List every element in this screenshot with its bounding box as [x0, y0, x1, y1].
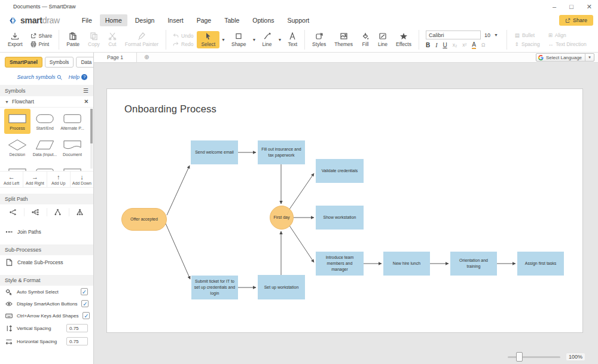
add-up-button[interactable]: ↑Add Up: [47, 172, 70, 187]
drawing-canvas[interactable]: Onboarding Process Offer acceptedSend we…: [94, 63, 598, 364]
flowchart-node-lunch[interactable]: New hire lunch: [383, 252, 430, 276]
paste-button[interactable]: Paste: [62, 31, 84, 48]
shape-dropdown-icon[interactable]: ▼: [251, 38, 258, 42]
flowchart-node-introduce[interactable]: Introduce team members and manager: [316, 252, 364, 276]
page-tab[interactable]: Page 1: [94, 53, 137, 62]
themes-button[interactable]: Themes: [330, 31, 357, 48]
add-left-button[interactable]: ←Add Left: [0, 172, 23, 187]
share-button[interactable]: Share: [559, 15, 593, 26]
menu-options[interactable]: Options: [247, 14, 279, 26]
fill-icon: [361, 32, 370, 40]
add-down-button[interactable]: ↓Add Down: [70, 172, 93, 187]
diagram-title[interactable]: Onboarding Process: [124, 103, 216, 115]
flowchart-node-offer[interactable]: Offer accepted: [121, 208, 167, 231]
cut-button: Cut: [104, 31, 121, 48]
select-tool-button[interactable]: Select: [197, 31, 219, 48]
line-dropdown-icon[interactable]: ▼: [276, 38, 284, 42]
search-symbols-link[interactable]: Search symbols: [17, 74, 62, 80]
underline-button[interactable]: U: [443, 42, 447, 48]
symbol-alternate-p[interactable]: Alternate P...: [59, 109, 86, 134]
flowchart-node-orientation[interactable]: Orientation and training: [450, 252, 497, 276]
menu-table[interactable]: Table: [219, 14, 245, 26]
arrow-right-icon: →: [32, 174, 38, 181]
add-right-button[interactable]: →Add Right: [23, 172, 46, 187]
share-toolbar-button[interactable]: Share: [30, 33, 53, 39]
rounded-shape-icon: [62, 113, 83, 125]
zoom-slider[interactable]: [508, 356, 560, 358]
menu-page[interactable]: Page: [191, 14, 217, 26]
flowchart-node-show[interactable]: Show workstation: [316, 206, 364, 230]
create-sub-process-button[interactable]: Create Sub-Process: [0, 255, 93, 270]
auto-symbol-select-checkbox[interactable]: ✓: [81, 288, 88, 295]
symbol-partial[interactable]: [32, 161, 58, 171]
italic-button[interactable]: I: [435, 42, 437, 48]
auto-symbol-select-option[interactable]: Auto Symbol Select ✓: [0, 286, 93, 298]
split-path-2-right-button[interactable]: [2, 208, 24, 216]
text-tool-button[interactable]: Text: [284, 31, 302, 48]
flowchart-group-row[interactable]: ▼ Flowchart ✕: [0, 96, 93, 108]
document-page[interactable]: Onboarding Process Offer acceptedSend we…: [106, 88, 583, 333]
horizontal-spacing-input[interactable]: [66, 337, 88, 345]
tab-data[interactable]: Data: [76, 57, 94, 68]
close-icon[interactable]: ✕: [587, 4, 592, 10]
menu-file[interactable]: File: [77, 14, 97, 26]
flowchart-node-setup[interactable]: Set up workstation: [258, 275, 305, 299]
ctrl-arrow-keys-checkbox[interactable]: ✓: [83, 312, 90, 319]
symbol-data-input[interactable]: Data (Input...: [32, 135, 58, 160]
flowchart-close-icon[interactable]: ✕: [84, 99, 89, 105]
print-button[interactable]: Print: [30, 41, 53, 47]
flowchart-node-welcome[interactable]: Send welcome email: [191, 140, 238, 164]
display-smartaction-checkbox[interactable]: ✓: [81, 300, 89, 307]
subscript-button[interactable]: x₂: [453, 42, 457, 48]
line-format-button[interactable]: Line: [374, 31, 392, 48]
symbol-document[interactable]: Document: [59, 135, 86, 160]
symbols-scrollbar[interactable]: [90, 109, 93, 169]
split-path-3-down-button[interactable]: [69, 208, 91, 216]
symbols-menu-icon[interactable]: ☰: [83, 87, 89, 94]
select-language-button[interactable]: Select Language ▼: [536, 53, 594, 62]
maximize-icon[interactable]: □: [569, 4, 573, 10]
symbol-decision[interactable]: Decision: [4, 135, 30, 160]
vertical-spacing-input[interactable]: [66, 324, 88, 332]
font-name-input[interactable]: [426, 30, 481, 39]
symbol-process[interactable]: Process: [4, 109, 30, 134]
menu-support[interactable]: Support: [282, 14, 315, 26]
symbol-button[interactable]: Ω: [481, 42, 485, 48]
add-page-icon[interactable]: ⊕: [144, 54, 149, 60]
join-paths-button[interactable]: Join Paths: [0, 225, 93, 239]
shape-tool-button[interactable]: Shape: [227, 31, 251, 48]
menu-design[interactable]: Design: [130, 14, 160, 26]
symbol-partial[interactable]: [4, 161, 30, 171]
font-color-button[interactable]: A: [472, 41, 476, 49]
export-button[interactable]: Export: [4, 31, 27, 48]
tab-symbols[interactable]: Symbols: [45, 57, 74, 68]
select-dropdown-icon[interactable]: ▼: [219, 38, 227, 42]
minimize-icon[interactable]: –: [553, 4, 556, 10]
cursor-icon: [204, 32, 212, 40]
display-smartaction-option[interactable]: Display SmartAction Buttons ✓: [0, 298, 93, 310]
symbols-section-header: Symbols ☰: [0, 85, 93, 96]
fill-button[interactable]: Fill: [357, 31, 374, 48]
flowchart-node-validate[interactable]: Validate credentials: [316, 159, 364, 183]
flowchart-node-insurance[interactable]: Fill out insurance and tax paperwork: [258, 140, 305, 164]
bold-button[interactable]: B: [426, 42, 430, 48]
menu-insert[interactable]: Insert: [162, 14, 188, 26]
flowchart-node-firstday[interactable]: First day: [270, 206, 294, 230]
diamond-shape-icon: [7, 139, 28, 151]
zoom-slider-handle[interactable]: [516, 352, 523, 362]
superscript-button[interactable]: x²: [462, 42, 466, 48]
font-size-dropdown[interactable]: 10 ▼: [484, 32, 500, 38]
symbol-partial[interactable]: [59, 161, 86, 171]
flowchart-node-ticket[interactable]: Submit ticket for IT to set up credentia…: [191, 276, 238, 299]
effects-button[interactable]: Effects: [392, 31, 416, 48]
line-tool-button[interactable]: Line: [258, 31, 276, 48]
split-path-2-down-button[interactable]: [47, 208, 69, 216]
help-link[interactable]: Help ?: [68, 74, 87, 80]
split-path-3-right-button[interactable]: [24, 208, 46, 216]
ctrl-arrow-keys-option[interactable]: Ctrl+Arrow Keys Add Shapes ✓: [0, 310, 93, 322]
tab-smartpanel[interactable]: SmartPanel: [5, 57, 42, 68]
styles-button[interactable]: Styles: [308, 31, 330, 48]
flowchart-node-tasks[interactable]: Assign first tasks: [517, 252, 564, 276]
symbol-start-end[interactable]: Start/End: [32, 109, 58, 134]
menu-home[interactable]: Home: [100, 14, 127, 26]
